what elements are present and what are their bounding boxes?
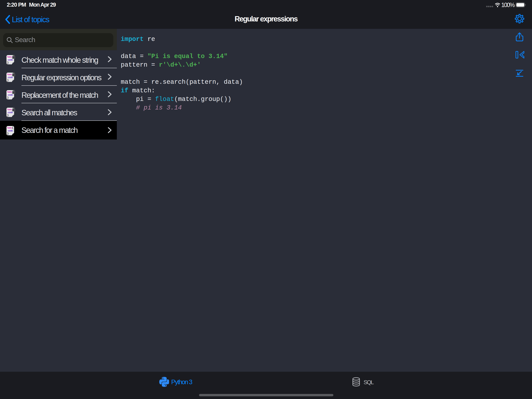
- svg-text:func: func: [7, 90, 12, 94]
- svg-text:}: }: [8, 96, 9, 99]
- svg-text:func: func: [7, 126, 12, 129]
- svg-text:code: code: [8, 94, 13, 97]
- svg-text:code: code: [8, 58, 13, 61]
- svg-text:code: code: [8, 76, 13, 79]
- svg-text:code: code: [8, 129, 13, 132]
- svg-text:}: }: [8, 114, 9, 117]
- svg-text:}: }: [8, 132, 9, 135]
- svg-text:}: }: [8, 78, 9, 82]
- svg-text:func: func: [7, 55, 12, 58]
- svg-text:func: func: [7, 73, 12, 76]
- svg-text:{: {: [12, 126, 13, 129]
- svg-text:code: code: [8, 111, 13, 114]
- svg-text:func: func: [7, 108, 12, 111]
- svg-text:}: }: [8, 61, 9, 64]
